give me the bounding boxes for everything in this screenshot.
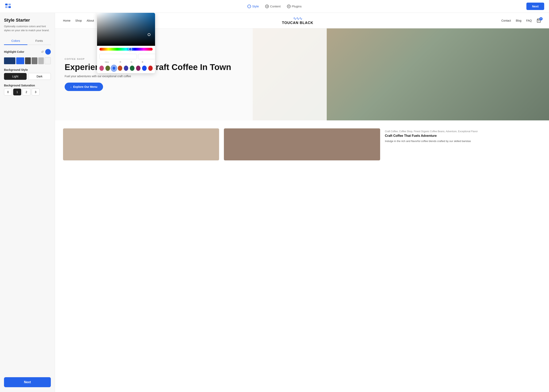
reset-color-icon[interactable]: ↺ [41,50,44,54]
bg-style-row: Light Dark [4,73,51,80]
highlight-color-actions: ↺ [41,49,51,55]
sidebar-title: Style Starter [4,18,51,23]
plugins-nav-icon: ⚙ [287,5,290,8]
bg-sat-label: Background Saturation [4,84,51,87]
palette-swatch-1[interactable] [4,57,15,64]
highlight-color-swatch[interactable] [45,49,51,55]
color-values-row: 0B63A9 11 99 169 ▲ ▼ [97,53,155,60]
preset-dot-5[interactable] [124,66,128,71]
bg-btn-light[interactable]: Light [4,73,27,80]
cart-badge: 0 [539,17,542,21]
hero-cta-button[interactable]: ↓ Explore Our Menu [65,83,103,91]
color-cursor[interactable] [148,33,150,36]
tab-fonts[interactable]: Fonts [28,37,51,45]
highlight-color-label: Highlight Color [4,50,24,53]
main-layout: Style Starter Optionally customize color… [0,13,549,392]
hero-cta-arrow: ↓ [70,85,72,88]
nav-content[interactable]: ⊞ Content [265,5,281,8]
next-button-bottom[interactable]: Next [4,377,51,387]
nav-style-label: Style [252,5,259,8]
color-gradient[interactable] [97,13,155,46]
preset-colors-row [97,64,155,71]
hue-slider[interactable] [99,48,153,51]
b-label: B [138,61,148,63]
site-nav-left: Home Shop About [63,19,94,22]
next-button-top[interactable]: Next [526,3,544,10]
preset-dot-1[interactable] [99,66,104,71]
r-input[interactable]: 11 [138,54,155,59]
sat-btn-0[interactable]: 0 [4,89,12,95]
site-logo: TOUCAN BLACK [282,21,313,25]
nav-shop[interactable]: Shop [75,19,82,22]
preset-dot-2[interactable] [106,66,110,71]
palette-swatch-4[interactable] [32,57,37,64]
color-palette [4,57,51,64]
app-logo [5,3,11,10]
hue-slider-row [97,46,155,53]
sat-btn-2[interactable]: 2 [22,89,30,95]
preset-dot-3[interactable] [112,66,116,71]
svg-rect-0 [5,4,7,5]
palette-swatch-2[interactable] [16,57,24,64]
site-nav-right: Contact Blog FAQ 0 [501,18,541,23]
nav-faq[interactable]: FAQ [526,19,532,22]
preset-dot-8[interactable] [142,66,147,71]
nav-style[interactable]: ↑ Style [247,5,259,8]
content-heading: Craft Coffee That Fuels Adventure [385,134,541,138]
content-body: Indulge in the rich and flavorful coffee… [385,139,541,143]
content-text: Craft Coffee, Coffee Shop, Finest Organi… [385,128,541,161]
highlight-color-row: Highlight Color ↺ [4,49,51,55]
sidebar-tabs: Colors Fonts [4,37,51,45]
content-tags: Craft Coffee, Coffee Shop, Finest Organi… [385,130,541,133]
nav-contact[interactable]: Contact [501,19,511,22]
nav-plugins[interactable]: ⚙ Plugins [287,5,302,8]
content-image-1 [63,128,219,161]
bg-btn-dark[interactable]: Dark [28,73,51,80]
style-nav-icon: ↑ [247,5,251,8]
cart-icon[interactable]: 0 [537,18,541,23]
sidebar: Style Starter Optionally customize color… [0,13,55,392]
hero-overlay: COFFEE SHOP Experience The Best Craft Co… [55,28,327,120]
site-wavy: ∿∿∿ [282,16,313,21]
nav-content-label: Content [270,5,281,8]
palette-swatch-6[interactable] [45,57,51,64]
nav-plugins-label: Plugins [292,5,302,8]
preview-area: 0B63A9 11 99 169 ▲ ▼ Hex R G B [55,13,549,392]
sat-btn-3[interactable]: 3 [32,89,40,95]
logo-icon [5,3,11,10]
sidebar-desc: Optionally customize colors and font sty… [4,24,51,32]
site-logo-block: ∿∿∿ TOUCAN BLACK [282,16,313,25]
preset-dot-4[interactable] [118,66,122,71]
hex-input[interactable]: 0B63A9 [99,54,137,59]
color-picker-popup: 0B63A9 11 99 169 ▲ ▼ Hex R G B [97,13,155,73]
hero-subtitle: Fuel your adventures with our exceptiona… [65,75,317,78]
svg-rect-1 [8,4,11,5]
content-section: Craft Coffee, Coffee Shop, Finest Organi… [55,120,549,168]
color-values-labels: Hex R G B [97,60,155,64]
content-grid: Craft Coffee, Coffee Shop, Finest Organi… [63,128,541,161]
svg-rect-2 [5,6,7,8]
preset-dot-7[interactable] [136,66,141,71]
nav-home[interactable]: Home [63,19,70,22]
nav-blog[interactable]: Blog [516,19,521,22]
g-label: G [127,61,136,63]
palette-swatch-3[interactable] [25,57,31,64]
preset-dot-6[interactable] [130,66,134,71]
palette-swatch-5[interactable] [38,57,44,64]
hex-label: Hex [99,61,114,63]
nav-about[interactable]: About [87,19,94,22]
svg-rect-3 [8,6,11,8]
tab-colors[interactable]: Colors [4,37,28,45]
content-image-2 [224,128,380,161]
bg-sat-row: 0 1 2 3 [4,89,51,95]
preset-dot-9[interactable] [148,66,153,71]
r-label: R [115,61,125,63]
hero-cta-label: Explore Our Menu [73,85,98,88]
bg-style-label: Background Style [4,68,51,71]
top-nav: ↑ Style ⊞ Content ⚙ Plugins [247,5,302,8]
top-bar: ↑ Style ⊞ Content ⚙ Plugins Next [0,0,549,13]
sat-btn-1[interactable]: 1 [13,89,21,95]
content-nav-icon: ⊞ [265,5,269,8]
